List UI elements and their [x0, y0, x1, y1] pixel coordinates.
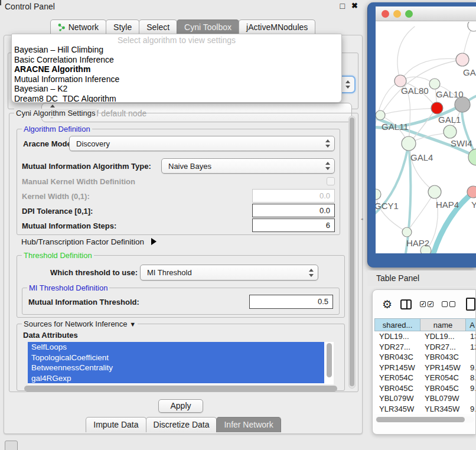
network-node-GAL11[interactable]: [376, 110, 385, 120]
network-node-node-right-green[interactable]: [468, 149, 476, 165]
network-canvas[interactable]: GALGAL80GAL10GAL1GAL11SWI4GAL4GCY1HAP4YH…: [376, 22, 476, 253]
network-node-GAL10[interactable]: [429, 79, 440, 89]
aracne-mode-combobox[interactable]: Discovery: [69, 136, 335, 151]
table-row[interactable]: YLR345WYLR345W9.: [374, 404, 475, 415]
network-edge[interactable]: [376, 81, 400, 194]
table-cell[interactable]: 9.: [465, 383, 475, 394]
collapsed-panel-icon[interactable]: [5, 441, 18, 450]
split-pane-icon[interactable]: [400, 299, 412, 309]
table-cell[interactable]: YER054C: [420, 373, 465, 383]
network-edge[interactable]: [380, 108, 437, 115]
network-node-HAP2[interactable]: [402, 227, 412, 237]
manual-kernel-checkbox[interactable]: [327, 177, 335, 185]
table-cell[interactable]: YDL19...: [374, 331, 420, 342]
network-node-node-red[interactable]: [431, 102, 443, 114]
select-all-icon[interactable]: ✓✓: [420, 301, 433, 307]
tab-jactivemnodules[interactable]: jActiveMNodules: [239, 19, 315, 35]
table-cell[interactable]: 9.: [465, 363, 475, 373]
tab-discretize-data[interactable]: Discretize Data: [146, 417, 217, 432]
dpi-tolerance-field[interactable]: 0.0: [252, 204, 335, 217]
column-header[interactable]: A: [466, 319, 476, 331]
attribute-item[interactable]: SelfLoops: [28, 342, 324, 353]
tab-infer-network[interactable]: Infer Network: [216, 417, 281, 432]
algorithm-option[interactable]: Dream8 DC_TDC Algorithm: [12, 94, 341, 103]
network-edge[interactable]: [433, 189, 476, 253]
table-cell[interactable]: YBL079W: [420, 393, 465, 404]
table-cell[interactable]: YER054C: [374, 373, 420, 383]
attributes-hscrollbar-thumb[interactable]: [24, 386, 337, 392]
algorithm-option[interactable]: Basic Correlation Inference: [12, 55, 341, 65]
network-edge[interactable]: [397, 27, 415, 81]
attribute-item[interactable]: BetweennessCentrality: [28, 363, 324, 373]
table-hscrollbar[interactable]: [375, 416, 474, 423]
network-node-node-gal7[interactable]: [456, 53, 469, 66]
network-node-node-salmon[interactable]: [467, 186, 476, 198]
close-icon[interactable]: ✖: [351, 1, 358, 10]
table-cell[interactable]: 8.: [465, 373, 475, 383]
table-cell[interactable]: YBR043C: [420, 352, 465, 363]
attribute-item[interactable]: TopologicalCoefficient: [28, 353, 324, 363]
mi-type-combobox[interactable]: Naive Bayes: [161, 158, 335, 174]
close-traffic-light[interactable]: [382, 10, 389, 18]
table-cell[interactable]: 9.: [465, 404, 475, 415]
tab-network[interactable]: Network: [50, 19, 106, 35]
document-icon[interactable]: [466, 298, 475, 311]
column-header[interactable]: name: [420, 319, 466, 331]
table-cell[interactable]: YDL19...: [420, 331, 465, 342]
apply-button[interactable]: Apply: [158, 399, 203, 413]
table-cell[interactable]: YLR345W: [420, 404, 465, 415]
table-cell[interactable]: YPR145W: [420, 363, 465, 373]
tab-impute-data[interactable]: Impute Data: [86, 417, 146, 432]
kernel-width-field[interactable]: 0.0: [252, 189, 335, 203]
table-row[interactable]: YPR145WYPR145W9.: [374, 363, 475, 373]
mi-threshold-field[interactable]: 0.5: [249, 295, 333, 309]
tab-select[interactable]: Select: [139, 19, 177, 35]
network-node-GAL80[interactable]: [395, 75, 406, 87]
table-cell[interactable]: 13: [465, 331, 475, 342]
table-row[interactable]: YBR043CYBR043C: [374, 352, 475, 363]
algorithm-option[interactable]: Mutual Information Inference: [12, 74, 341, 84]
minimize-traffic-light[interactable]: [393, 10, 401, 18]
network-edge[interactable]: [409, 144, 435, 192]
network-node-node-top-partial[interactable]: [468, 22, 476, 31]
tab-style[interactable]: Style: [106, 19, 139, 35]
float-window-icon[interactable]: □: [340, 1, 345, 11]
attributes-scrollbar-thumb[interactable]: [327, 343, 332, 377]
network-node-GCY1[interactable]: [376, 189, 381, 200]
tab-cyni-toolbox[interactable]: Cyni Toolbox: [177, 19, 239, 35]
network-edge[interactable]: [376, 194, 407, 232]
table-row[interactable]: YBR045CYBR045C9.: [374, 383, 475, 394]
table-cell[interactable]: 12: [465, 342, 475, 353]
which-threshold-combobox[interactable]: MI Threshold: [140, 265, 318, 281]
table-cell[interactable]: YBR045C: [374, 383, 420, 394]
network-view-window[interactable]: GALGAL80GAL10GAL1GAL11SWI4GAL4GCY1HAP4YH…: [367, 2, 476, 268]
column-header[interactable]: shared...: [375, 319, 420, 331]
algorithm-option[interactable]: ARACNE Algorithm: [12, 64, 341, 74]
table-cell[interactable]: YBR045C: [420, 383, 465, 394]
table-cell[interactable]: YLR345W: [374, 404, 420, 415]
mi-steps-field[interactable]: 6: [252, 219, 335, 232]
table-row[interactable]: YER054CYER054C8.: [374, 373, 475, 383]
table-row[interactable]: YDL19...YDL19...13: [374, 331, 475, 342]
network-node-GAL1[interactable]: [444, 125, 457, 138]
network-node-GAL4[interactable]: [402, 136, 416, 151]
gear-icon[interactable]: ⚙: [382, 299, 392, 310]
table-cell[interactable]: [465, 352, 475, 363]
network-node-HAP4[interactable]: [428, 185, 441, 198]
attribute-item[interactable]: gal4RGexp: [28, 373, 324, 384]
algorithm-option[interactable]: Bayesian – Hill Climbing: [12, 45, 341, 55]
sources-legend[interactable]: Sources for Network Inference ▼: [22, 319, 138, 328]
settings-scrollbar-thumb[interactable]: [350, 118, 354, 386]
hub-definition-expander[interactable]: Hub/Transcription Factor Definition: [21, 237, 157, 246]
table-cell[interactable]: YDR27...: [374, 342, 420, 353]
settings-scrollbar-track[interactable]: [348, 116, 356, 389]
deselect-all-icon[interactable]: [442, 301, 455, 307]
table-row[interactable]: YDR27...YDR27...12: [374, 342, 475, 353]
table-cell[interactable]: [465, 393, 475, 404]
algorithm-option[interactable]: Bayesian – K2: [12, 84, 341, 94]
table-cell[interactable]: YBR043C: [374, 352, 420, 363]
table-hscrollbar-thumb[interactable]: [376, 417, 465, 422]
table-cell[interactable]: YBL079W: [374, 393, 420, 404]
splitter-handle[interactable]: ◂: [361, 217, 364, 220]
zoom-traffic-light[interactable]: [405, 10, 413, 18]
